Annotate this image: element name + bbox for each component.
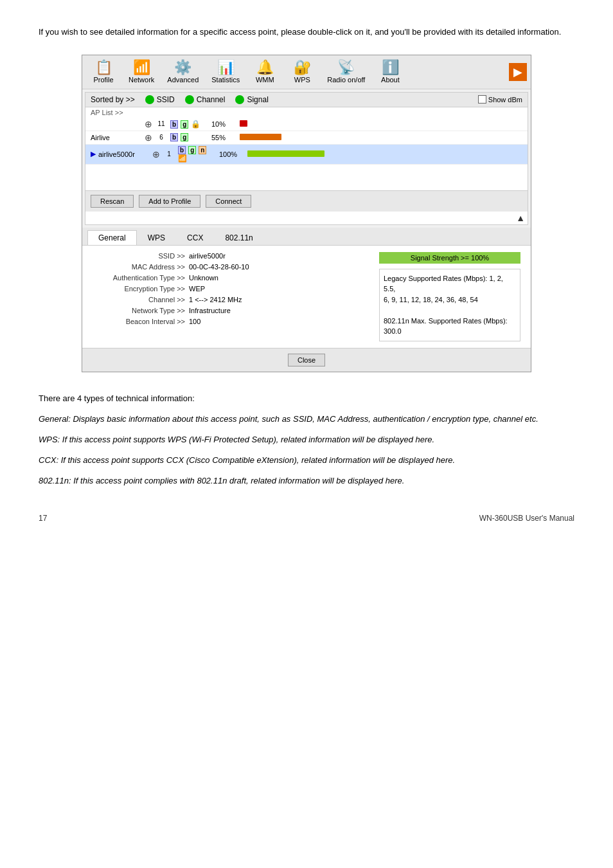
add-to-profile-button[interactable]: Add to Profile <box>139 195 200 208</box>
detail-nettype-row: Network Type >> Infrastructure <box>93 307 369 314</box>
network-panel: Sorted by >> SSID Channel Signal Show dB… <box>85 92 528 225</box>
toolbar-about-label: About <box>381 76 400 84</box>
toolbar-about[interactable]: ℹ️ About <box>373 58 407 86</box>
statistics-icon: 📊 <box>217 60 235 75</box>
channel-circle-icon <box>185 95 194 104</box>
ssid-filter[interactable]: SSID <box>145 95 175 104</box>
detail-content: SSID >> airlive5000r MAC Address >> 00-0… <box>82 246 531 348</box>
tab-general[interactable]: General <box>87 230 137 245</box>
mac-field-label: MAC Address >> <box>93 263 189 271</box>
toolbar-advanced[interactable]: ⚙️ Advanced <box>162 58 204 86</box>
antenna-icon-2: 📶 <box>178 154 187 162</box>
toolbar-advanced-label: Advanced <box>167 76 199 84</box>
toolbar-profile[interactable]: 📋 Profile <box>86 58 121 86</box>
close-btn-row: Close <box>82 348 531 372</box>
ap-row-2[interactable]: ▶ airlive5000r ⊕ 1 b g n 📶 100% <box>85 145 528 165</box>
signal-filter[interactable]: Signal <box>235 95 268 104</box>
tab-ccx[interactable]: CCX <box>176 230 214 245</box>
network-filter-bar: Sorted by >> SSID Channel Signal Show dB… <box>85 93 528 107</box>
proto-b-0: b <box>170 120 178 129</box>
info-line1: Legacy Supported Rates (Mbps): 1, 2, 5.5… <box>384 275 503 293</box>
network-icon: 📶 <box>133 60 150 75</box>
enc-field-label: Encryption Type >> <box>93 285 189 293</box>
ap-list-header: AP List >> <box>85 107 528 118</box>
show-dbm-label: Show dBm <box>478 95 522 104</box>
toolbar-statistics[interactable]: 📊 Statistics <box>206 58 245 86</box>
ap-row-1[interactable]: Airlive ⊕ 6 b g 55% <box>85 131 528 145</box>
info-line4: 802.11n Max. Supported Rates (Mbps): <box>384 317 508 325</box>
detail-enc-row: Encryption Type >> WEP <box>93 285 369 293</box>
ap-list-label: AP List >> <box>91 109 123 116</box>
ap-row-0[interactable]: ⊕ 11 b g 🔒 10% <box>85 118 528 131</box>
signal-bar-fill-1 <box>240 134 281 140</box>
channel-filter[interactable]: Channel <box>185 95 226 104</box>
lock-icon-0: 🔒 <box>191 120 200 129</box>
signal-pct-2: 100% <box>219 150 245 158</box>
auth-field-value: Unknown <box>189 274 369 282</box>
radio-icon: 📡 <box>337 60 355 75</box>
auth-field-label: Authentication Type >> <box>93 274 189 282</box>
toolbar-network-label: Network <box>129 76 154 84</box>
advanced-icon: ⚙️ <box>174 60 191 75</box>
rescan-button[interactable]: Rescan <box>91 195 134 208</box>
intro-paragraph: If you wish to see detailed information … <box>39 26 574 39</box>
product-name: WN-360USB User's Manual <box>479 514 574 523</box>
signal-bar-1 <box>240 134 317 141</box>
ap-name-2: airlive5000r <box>98 150 150 158</box>
detail-mac-row: MAC Address >> 00-0C-43-28-60-10 <box>93 263 369 271</box>
profile-icon: 📋 <box>95 60 112 75</box>
sorted-by-label: Sorted by >> <box>91 95 135 104</box>
connect-button[interactable]: Connect <box>206 195 251 208</box>
scroll-indicator: ▲ <box>85 212 528 224</box>
proto-b-2: b <box>178 146 186 154</box>
channel-icon-1: ⊕ <box>145 132 152 143</box>
tab-wps[interactable]: WPS <box>137 230 176 245</box>
forward-arrow[interactable]: ▶ <box>509 63 527 81</box>
ap-name-1: Airlive <box>91 134 142 141</box>
about-icon: ℹ️ <box>382 60 399 75</box>
info-line5: 300.0 <box>384 327 402 335</box>
wps-desc: WPS: If this access point supports WPS (… <box>39 433 574 447</box>
ssid-field-label: SSID >> <box>93 252 189 260</box>
toolbar-profile-label: Profile <box>93 76 113 84</box>
detail-right-panel: Signal Strength >= 100% Legacy Supported… <box>379 252 520 341</box>
toolbar-wmm-label: WMM <box>256 76 274 84</box>
nettype-field-value: Infrastructure <box>189 307 369 314</box>
toolbar-radio-label: Radio on/off <box>327 76 365 84</box>
show-dbm-checkbox[interactable] <box>478 95 486 104</box>
channel-icon-0: ⊕ <box>145 119 152 129</box>
toolbar-radio[interactable]: 📡 Radio on/off <box>322 58 370 86</box>
bottom-text-section: There are 4 types of technical informati… <box>39 392 574 488</box>
close-button[interactable]: Close <box>288 354 325 366</box>
channel-field-label: Channel >> <box>93 296 189 303</box>
channel-filter-label: Channel <box>197 95 226 104</box>
channel-icon-2: ⊕ <box>152 149 160 159</box>
signal-bar-fill-0 <box>240 120 247 127</box>
tab-80211n[interactable]: 802.11n <box>214 230 263 245</box>
toolbar-wps-label: WPS <box>294 76 310 84</box>
detail-ssid-row: SSID >> airlive5000r <box>93 252 369 260</box>
signal-pct-1: 55% <box>211 134 237 141</box>
ccx-desc: CCX: If this access point supports CCX (… <box>39 453 574 467</box>
toolbar-network[interactable]: 📶 Network <box>123 58 159 86</box>
signal-strength-box: Signal Strength >= 100% <box>379 252 520 264</box>
toolbar-wps[interactable]: 🔐 WPS <box>285 58 319 86</box>
ssid-field-value: airlive5000r <box>189 252 369 260</box>
toolbar-statistics-label: Statistics <box>211 76 240 84</box>
types-intro: There are 4 types of technical informati… <box>39 392 574 406</box>
protocol-1: b g <box>170 133 209 141</box>
signal-pct-0: 10% <box>211 120 237 128</box>
toolbar-wmm[interactable]: 🔔 WMM <box>247 58 282 86</box>
ssid-circle-icon <box>145 95 154 104</box>
mac-field-value: 00-0C-43-28-60-10 <box>189 263 369 271</box>
signal-bar-fill-2 <box>247 150 324 157</box>
ap-button-row: Rescan Add to Profile Connect <box>85 190 528 212</box>
ap-arrow-icon: ▶ <box>91 150 96 158</box>
app-window: 📋 Profile 📶 Network ⚙️ Advanced 📊 Statis… <box>82 55 531 372</box>
signal-filter-label: Signal <box>247 95 268 104</box>
wmm-icon: 🔔 <box>256 60 274 75</box>
detail-channel-row: Channel >> 1 <--> 2412 MHz <box>93 296 369 303</box>
signal-bar-2 <box>247 150 324 158</box>
nettype-field-label: Network Type >> <box>93 307 189 314</box>
wps-icon: 🔐 <box>294 60 311 75</box>
